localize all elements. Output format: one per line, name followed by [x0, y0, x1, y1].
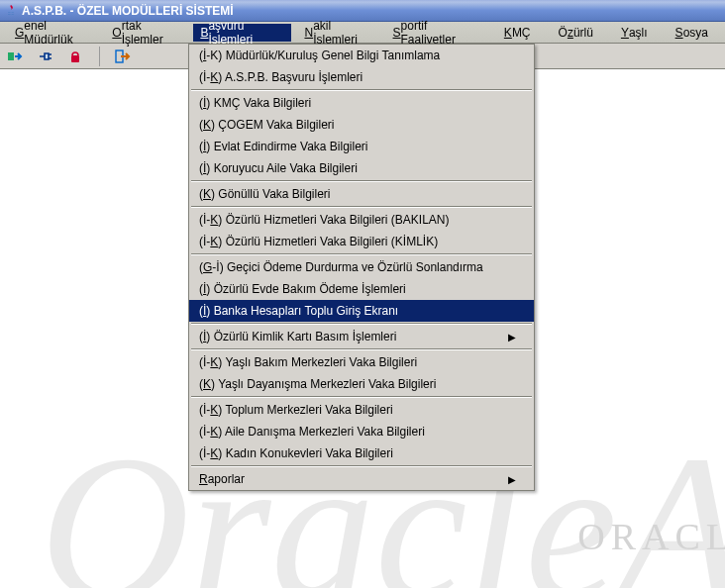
menu-item[interactable]: (K) Gönüllü Vaka Bilgileri [189, 183, 534, 205]
menu-item-label: (K) Gönüllü Vaka Bilgileri [199, 187, 331, 201]
plug-icon[interactable] [36, 47, 55, 66]
menu-item-label: (İ) Özürlü Kimlik Kartı Basım İşlemleri [199, 330, 396, 343]
menu-item[interactable]: Raporlar▶ [189, 468, 534, 490]
basvuru-islemleri-menu[interactable]: (İ-K) Müdürlük/Kuruluş Genel Bilgi Tanım… [188, 44, 535, 491]
menu-item[interactable]: (İ-K) Yaşlı Bakım Merkezleri Vaka Bilgil… [189, 351, 534, 373]
menu-item-label: (İ-K) Müdürlük/Kuruluş Genel Bilgi Tanım… [199, 49, 440, 62]
menu-item-label: (İ-K) Kadın Konukevleri Vaka Bilgileri [199, 446, 393, 460]
menu-item-label: (G-İ) Geçici Ödeme Durdurma ve Özürlü So… [199, 260, 483, 274]
menu-item[interactable]: (İ-K) Özürlü Hizmetleri Vaka Bilgileri (… [189, 209, 534, 231]
menu-separator [191, 253, 532, 255]
menu-ortak-islemler[interactable]: Ortak İşlemler [105, 24, 187, 42]
svg-rect-0 [8, 52, 14, 60]
menu-item[interactable]: (G-İ) Geçici Ödeme Durdurma ve Özürlü So… [189, 256, 534, 278]
menu-separator [191, 206, 532, 208]
lock-icon[interactable] [65, 47, 85, 66]
menu-sportif-faaliyetler[interactable]: Sportif Faaliyetler [386, 24, 485, 42]
menu-item-label: (İ-K) Aile Danışma Merkezleri Vaka Bilgi… [199, 425, 425, 439]
menu-item[interactable]: (İ-K) Toplum Merkezleri Vaka Bilgileri [189, 399, 534, 421]
menu-item-label: (K) Yaşlı Dayanışma Merkezleri Vaka Bilg… [199, 377, 436, 391]
menu-item-label: (İ-K) Özürlü Hizmetleri Vaka Bilgileri (… [199, 235, 438, 248]
menu-yasli[interactable]: Yaşlı [614, 24, 655, 42]
menu-item[interactable]: (İ-K) Özürlü Hizmetleri Vaka Bilgileri (… [189, 231, 534, 252]
menu-item[interactable]: (İ-K) Kadın Konukevleri Vaka Bilgileri [189, 442, 534, 464]
menu-item-label: (İ-K) Toplum Merkezleri Vaka Bilgileri [199, 403, 393, 417]
menu-item[interactable]: (K) Yaşlı Dayanışma Merkezleri Vaka Bilg… [189, 373, 534, 395]
menu-separator [191, 323, 532, 325]
menu-ozurlu[interactable]: Özürlü [552, 24, 600, 42]
menu-item[interactable]: (İ-K) Aile Danışma Merkezleri Vaka Bilgi… [189, 421, 534, 442]
menu-item[interactable]: (İ) Evlat Edindirme Vaka Bilgileri [189, 136, 534, 157]
menubar: Genel Müdürlük Ortak İşlemler Başvuru İş… [0, 22, 725, 44]
menu-item-label: (İ-K) Özürlü Hizmetleri Vaka Bilgileri (… [199, 213, 450, 227]
watermark-oracle: ORACL [577, 515, 725, 558]
svg-rect-1 [71, 55, 79, 62]
menu-item-label: (İ) Koruyucu Aile Vaka Bilgileri [199, 161, 358, 175]
menu-item-label: (İ-K) Yaşlı Bakım Merkezleri Vaka Bilgil… [199, 355, 417, 369]
menu-item[interactable]: (İ) Özürlü Evde Bakım Ödeme İşlemleri [189, 278, 534, 300]
menu-item-label: (İ) Banka Hesapları Toplu Giriş Ekranı [199, 304, 398, 318]
menu-item[interactable]: (K) ÇOGEM Vaka Bilgileri [189, 114, 534, 136]
submenu-arrow-icon: ▶ [508, 332, 516, 343]
menu-item-label: (İ) Evlat Edindirme Vaka Bilgileri [199, 140, 368, 153]
menu-item[interactable]: (İ) Koruyucu Aile Vaka Bilgileri [189, 157, 534, 179]
menu-separator [191, 348, 532, 350]
menu-separator [191, 396, 532, 398]
menu-item[interactable]: (İ) Banka Hesapları Toplu Giriş Ekranı [189, 300, 534, 322]
menu-item[interactable]: (İ) Özürlü Kimlik Kartı Basım İşlemleri▶ [189, 326, 534, 347]
menu-kmc[interactable]: KMÇ [497, 24, 538, 42]
menu-nakil-islemleri[interactable]: Nakil İşlemleri [297, 24, 379, 42]
menu-item[interactable]: (İ) KMÇ Vaka Bilgileri [189, 92, 534, 114]
connect-icon[interactable] [6, 47, 26, 66]
menu-item-label: (K) ÇOGEM Vaka Bilgileri [199, 118, 335, 132]
menu-basvuru-islemleri[interactable]: Başvuru İşlemleri [193, 24, 291, 42]
menu-genel-mudurluk[interactable]: Genel Müdürlük [8, 24, 99, 42]
menu-item-label: (İ) Özürlü Evde Bakım Ödeme İşlemleri [199, 282, 406, 296]
menu-item[interactable]: (İ-K) A.S.P.B. Başvuru İşlemleri [189, 66, 534, 88]
java-icon [4, 4, 18, 18]
menu-item-label: Raporlar [199, 472, 245, 486]
menu-item-label: (İ-K) A.S.P.B. Başvuru İşlemleri [199, 70, 362, 84]
exit-icon[interactable] [114, 47, 134, 66]
menu-separator [191, 465, 532, 467]
window-title: A.S.P.B. - ÖZEL MODÜLLERİ SİSTEMİ [22, 4, 234, 18]
submenu-arrow-icon: ▶ [508, 474, 516, 485]
menu-item-label: (İ) KMÇ Vaka Bilgileri [199, 96, 311, 110]
menu-separator [191, 180, 532, 182]
menu-sosya[interactable]: Sosya [669, 24, 715, 42]
menu-item[interactable]: (İ-K) Müdürlük/Kuruluş Genel Bilgi Tanım… [189, 45, 534, 66]
menu-separator [191, 89, 532, 91]
